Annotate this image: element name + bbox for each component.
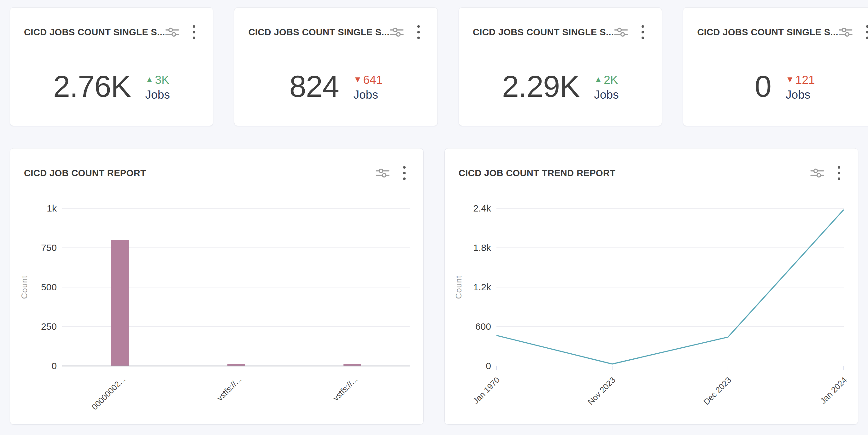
unit-label: Jobs bbox=[146, 88, 170, 102]
trend-delta: 641 bbox=[363, 74, 382, 87]
stat-card-4: CICD JOBS COUNT SINGLE S... 0 ▼121 Jobs bbox=[683, 7, 868, 126]
trend-delta: 121 bbox=[796, 74, 815, 87]
stat-side: ▲3K Jobs bbox=[146, 74, 170, 102]
line-chart-canvas[interactable]: 06001.2k1.8k2.4kCountJan 1970Nov 2023Dec… bbox=[445, 148, 858, 424]
card-header: CICD JOBS COUNT SINGLE S... bbox=[234, 7, 437, 40]
card-header: CICD JOB COUNT REPORT bbox=[10, 148, 423, 181]
kebab-menu-icon[interactable] bbox=[836, 165, 842, 181]
stat-body: 0 ▼121 Jobs bbox=[683, 55, 868, 118]
sliders-icon[interactable] bbox=[375, 166, 390, 180]
stat-value: 0 bbox=[755, 71, 771, 101]
unit-label: Jobs bbox=[786, 88, 810, 102]
header-icons bbox=[390, 24, 422, 40]
triangle-down-icon: ▼ bbox=[786, 75, 794, 84]
card-title: CICD JOBS COUNT SINGLE S... bbox=[24, 27, 165, 37]
sliders-icon[interactable] bbox=[390, 25, 404, 39]
chart-card-row: CICD JOB COUNT REPORT 02505007501kCount0… bbox=[10, 148, 858, 425]
bar-0[interactable] bbox=[111, 240, 129, 366]
kebab-menu-icon[interactable] bbox=[864, 24, 868, 40]
svg-text:600: 600 bbox=[475, 321, 491, 332]
svg-text:0: 0 bbox=[52, 361, 57, 371]
svg-text:250: 250 bbox=[41, 321, 57, 332]
svg-text:Jan 1970: Jan 1970 bbox=[471, 375, 501, 406]
bar-chart-card: CICD JOB COUNT REPORT 02505007501kCount0… bbox=[10, 148, 424, 425]
svg-text:Nov 2023: Nov 2023 bbox=[586, 375, 617, 407]
bar-chart-canvas[interactable]: 02505007501kCount00000002...vstfs://...v… bbox=[10, 148, 423, 424]
stat-body: 824 ▼641 Jobs bbox=[234, 55, 437, 118]
stat-card-2: CICD JOBS COUNT SINGLE S... 824 ▼641 Job… bbox=[234, 7, 437, 126]
stat-card-3: CICD JOBS COUNT SINGLE S... 2.29K ▲2K Jo… bbox=[459, 7, 662, 126]
svg-text:vstfs://...: vstfs://... bbox=[331, 374, 360, 403]
sliders-icon[interactable] bbox=[165, 25, 180, 39]
header-icons bbox=[810, 165, 842, 181]
trend-indicator: ▲3K bbox=[146, 74, 169, 87]
triangle-down-icon: ▼ bbox=[353, 75, 362, 84]
kebab-menu-icon[interactable] bbox=[401, 165, 407, 181]
header-icons bbox=[375, 165, 407, 181]
stat-value: 824 bbox=[289, 71, 339, 101]
svg-text:1k: 1k bbox=[47, 203, 57, 213]
svg-text:2.4k: 2.4k bbox=[473, 203, 491, 213]
svg-text:750: 750 bbox=[41, 242, 57, 253]
svg-text:500: 500 bbox=[41, 282, 57, 292]
card-header: CICD JOBS COUNT SINGLE S... bbox=[683, 7, 868, 40]
trend-line[interactable] bbox=[496, 210, 844, 364]
svg-text:00000002...: 00000002... bbox=[90, 374, 127, 412]
card-header: CICD JOBS COUNT SINGLE S... bbox=[10, 7, 213, 40]
unit-label: Jobs bbox=[594, 88, 619, 102]
svg-text:Jan 2024: Jan 2024 bbox=[818, 375, 849, 406]
card-header: CICD JOB COUNT TREND REPORT bbox=[445, 148, 858, 181]
svg-text:0: 0 bbox=[486, 361, 491, 371]
line-chart-card: CICD JOB COUNT TREND REPORT 06001.2k1.8k… bbox=[444, 148, 858, 425]
stat-side: ▲2K Jobs bbox=[594, 74, 619, 102]
trend-indicator: ▼641 bbox=[353, 74, 382, 87]
stat-side: ▼121 Jobs bbox=[786, 74, 815, 102]
stat-side: ▼641 Jobs bbox=[353, 74, 382, 102]
card-title: CICD JOBS COUNT SINGLE S... bbox=[473, 27, 614, 37]
card-title: CICD JOBS COUNT SINGLE S... bbox=[248, 27, 389, 37]
stat-body: 2.76K ▲3K Jobs bbox=[10, 55, 213, 118]
trend-indicator: ▲2K bbox=[594, 74, 618, 87]
stat-card-row: CICD JOBS COUNT SINGLE S... 2.76K ▲3K Jo… bbox=[10, 7, 858, 126]
svg-text:Dec 2023: Dec 2023 bbox=[702, 375, 733, 407]
kebab-menu-icon[interactable] bbox=[191, 24, 197, 40]
stat-body: 2.29K ▲2K Jobs bbox=[459, 55, 662, 118]
sliders-icon[interactable] bbox=[838, 25, 853, 39]
svg-text:1.8k: 1.8k bbox=[473, 242, 491, 253]
unit-label: Jobs bbox=[353, 88, 378, 102]
trend-delta: 2K bbox=[604, 74, 618, 87]
triangle-up-icon: ▲ bbox=[146, 75, 154, 84]
header-icons bbox=[614, 24, 646, 40]
sliders-icon[interactable] bbox=[810, 166, 825, 180]
sliders-icon[interactable] bbox=[614, 25, 628, 39]
card-title: CICD JOB COUNT TREND REPORT bbox=[459, 168, 615, 178]
header-icons bbox=[165, 24, 197, 40]
trend-indicator: ▼121 bbox=[786, 74, 815, 87]
kebab-menu-icon[interactable] bbox=[640, 24, 646, 40]
stat-value: 2.29K bbox=[502, 71, 580, 101]
svg-text:Count: Count bbox=[20, 275, 29, 299]
stat-card-1: CICD JOBS COUNT SINGLE S... 2.76K ▲3K Jo… bbox=[10, 7, 213, 126]
triangle-up-icon: ▲ bbox=[594, 75, 603, 84]
card-title: CICD JOBS COUNT SINGLE S... bbox=[697, 27, 838, 37]
header-icons bbox=[838, 24, 868, 40]
stat-value: 2.76K bbox=[53, 71, 131, 101]
kebab-menu-icon[interactable] bbox=[415, 24, 422, 40]
card-header: CICD JOBS COUNT SINGLE S... bbox=[459, 7, 662, 40]
trend-delta: 3K bbox=[155, 74, 169, 87]
svg-text:Count: Count bbox=[454, 275, 463, 299]
card-title: CICD JOB COUNT REPORT bbox=[24, 168, 146, 178]
dashboard: CICD JOBS COUNT SINGLE S... 2.76K ▲3K Jo… bbox=[0, 0, 868, 435]
svg-text:1.2k: 1.2k bbox=[473, 282, 491, 292]
svg-text:vstfs://...: vstfs://... bbox=[215, 374, 244, 403]
